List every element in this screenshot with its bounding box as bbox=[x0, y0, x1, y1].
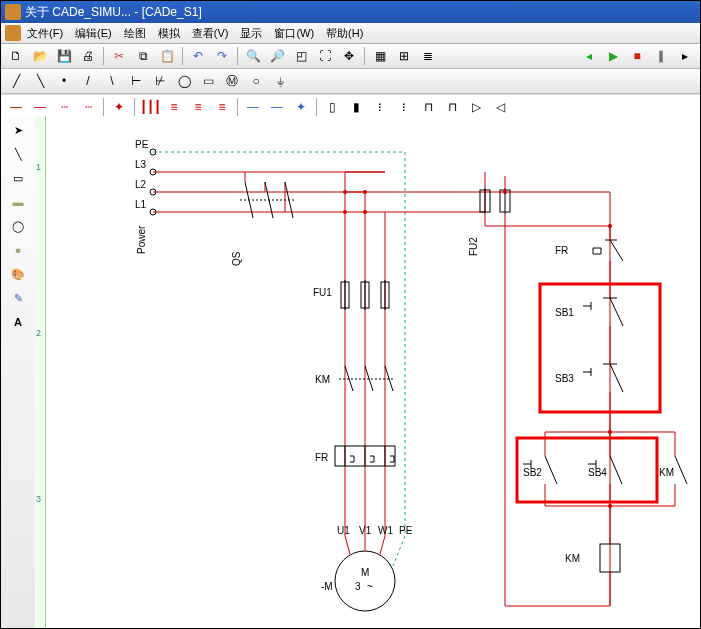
fuse1-icon[interactable]: ▯ bbox=[321, 96, 343, 118]
wire2-icon[interactable]: ╲ bbox=[29, 70, 51, 92]
paste-icon[interactable]: 📋 bbox=[156, 45, 178, 67]
svg-point-39 bbox=[335, 551, 395, 611]
diode-icon[interactable]: ▷ bbox=[465, 96, 487, 118]
cut-icon[interactable]: ✂ bbox=[108, 45, 130, 67]
circle-fill-icon[interactable]: ● bbox=[8, 240, 28, 260]
sw3p2-icon[interactable]: ⫶ bbox=[393, 96, 415, 118]
fuse2-icon[interactable]: ▮ bbox=[345, 96, 367, 118]
stop-icon[interactable]: ■ bbox=[626, 45, 648, 67]
red-3p-icon[interactable]: ┃┃┃ bbox=[139, 96, 161, 118]
node-icon[interactable]: • bbox=[53, 70, 75, 92]
line-icon[interactable]: ╲ bbox=[8, 144, 28, 164]
save-icon[interactable]: 💾 bbox=[53, 45, 75, 67]
rect-icon[interactable]: ▭ bbox=[8, 168, 28, 188]
zoom-out-icon[interactable]: 🔎 bbox=[266, 45, 288, 67]
diode2-icon[interactable]: ◁ bbox=[489, 96, 511, 118]
svg-line-42 bbox=[380, 536, 385, 554]
pointer-icon[interactable]: ➤ bbox=[8, 120, 28, 140]
redo-icon[interactable]: ↷ bbox=[211, 45, 233, 67]
picker-icon[interactable]: ✎ bbox=[8, 288, 28, 308]
copy-icon[interactable]: ⧉ bbox=[132, 45, 154, 67]
menu-sheet[interactable]: 窗口(W) bbox=[274, 26, 314, 41]
relay-icon[interactable]: ▭ bbox=[197, 70, 219, 92]
window-title: 关于 CADe_SIMU... - [CADe_S1] bbox=[25, 4, 202, 21]
menu-draw[interactable]: 绘图 bbox=[124, 26, 146, 41]
layers-icon[interactable]: ≣ bbox=[417, 45, 439, 67]
menu-display[interactable]: 显示 bbox=[240, 26, 262, 41]
red-line2-icon[interactable]: — bbox=[29, 96, 51, 118]
circle-icon[interactable]: ◯ bbox=[8, 216, 28, 236]
switch1-icon[interactable]: / bbox=[77, 70, 99, 92]
svg-line-72 bbox=[610, 456, 622, 484]
separator bbox=[103, 47, 104, 65]
contact-nc-icon[interactable]: ⊬ bbox=[149, 70, 171, 92]
pause-icon[interactable]: ∥ bbox=[650, 45, 672, 67]
blue-dot-icon[interactable]: ✦ bbox=[290, 96, 312, 118]
menubar: 文件(F) 编辑(E) 绘图 模拟 查看(V) 显示 窗口(W) 帮助(H) bbox=[1, 23, 700, 44]
toolbar-2: ╱ ╲ • / \ ⊢ ⊬ ◯ ▭ Ⓜ ○ ⏚ bbox=[1, 69, 700, 94]
undo-icon[interactable]: ↶ bbox=[187, 45, 209, 67]
sw3p-icon[interactable]: ⫶ bbox=[369, 96, 391, 118]
contact-no-icon[interactable]: ⊢ bbox=[125, 70, 147, 92]
svg-line-40 bbox=[345, 536, 350, 554]
print-icon[interactable]: 🖨 bbox=[77, 45, 99, 67]
grid-icon[interactable]: ▦ bbox=[369, 45, 391, 67]
lbl-FU1: FU1 bbox=[313, 287, 332, 298]
lbl-FRr: FR bbox=[555, 245, 568, 256]
menu-sim[interactable]: 模拟 bbox=[158, 26, 180, 41]
red-dot-icon[interactable]: ✦ bbox=[108, 96, 130, 118]
zoom-fit-icon[interactable]: ⛶ bbox=[314, 45, 336, 67]
lbl-PE2: PE bbox=[399, 525, 413, 536]
pan-icon[interactable]: ✥ bbox=[338, 45, 360, 67]
play-icon[interactable]: ▶ bbox=[602, 45, 624, 67]
svg-line-56 bbox=[610, 240, 623, 261]
menu-edit[interactable]: 编辑(E) bbox=[75, 26, 112, 41]
menu-file[interactable]: 文件(F) bbox=[27, 26, 63, 41]
menu-view[interactable]: 查看(V) bbox=[192, 26, 229, 41]
titlebar: 关于 CADe_SIMU... - [CADe_S1] bbox=[1, 1, 700, 23]
svg-point-22 bbox=[343, 210, 347, 214]
lbl-minusM: -M bbox=[321, 581, 333, 592]
wire1-icon[interactable]: ╱ bbox=[5, 70, 27, 92]
paint-icon[interactable]: 🎨 bbox=[8, 264, 28, 284]
lbl-M: M bbox=[361, 567, 369, 578]
lbl-L2: L2 bbox=[135, 179, 147, 190]
red-3h3-icon[interactable]: ≡ bbox=[211, 96, 233, 118]
snap-icon[interactable]: ⊞ bbox=[393, 45, 415, 67]
svg-rect-84 bbox=[540, 284, 660, 412]
red-3h2-icon[interactable]: ≡ bbox=[187, 96, 209, 118]
new-icon[interactable]: 🗋 bbox=[5, 45, 27, 67]
text-icon[interactable]: A bbox=[8, 312, 28, 332]
terminal-icon[interactable]: ○ bbox=[245, 70, 267, 92]
cap2-icon[interactable]: ⊓ bbox=[441, 96, 463, 118]
lbl-SB1: SB1 bbox=[555, 307, 574, 318]
lbl-U1: U1 bbox=[337, 525, 350, 536]
red-dash2-icon[interactable]: ┄ bbox=[77, 96, 99, 118]
gnd-icon[interactable]: ⏚ bbox=[269, 70, 291, 92]
step-icon[interactable]: ▸ bbox=[674, 45, 696, 67]
blue-line2-icon[interactable]: — bbox=[266, 96, 288, 118]
lbl-KMcoil: KM bbox=[565, 553, 580, 564]
menu-help[interactable]: 帮助(H) bbox=[326, 26, 363, 41]
drawing-canvas[interactable]: 1 2 3 bbox=[35, 116, 700, 628]
schematic: PE L3 L2 L1 Power QS FU1 KM FR U1 V1 W1 … bbox=[45, 116, 700, 628]
blue-line-icon[interactable]: — bbox=[242, 96, 264, 118]
coil-icon[interactable]: ◯ bbox=[173, 70, 195, 92]
cap-icon[interactable]: ⊓ bbox=[417, 96, 439, 118]
switch2-icon[interactable]: \ bbox=[101, 70, 123, 92]
red-line-icon[interactable]: — bbox=[5, 96, 27, 118]
rect-fill-icon[interactable]: ▬ bbox=[8, 192, 28, 212]
step-back-icon[interactable]: ◂ bbox=[578, 45, 600, 67]
red-3h-icon[interactable]: ≡ bbox=[163, 96, 185, 118]
app-logo-icon bbox=[5, 25, 21, 41]
lbl-tilde: ~ bbox=[367, 581, 373, 592]
zoom-window-icon[interactable]: ◰ bbox=[290, 45, 312, 67]
red-dash-icon[interactable]: ┄ bbox=[53, 96, 75, 118]
motor-icon[interactable]: Ⓜ bbox=[221, 70, 243, 92]
ruler-mark: 2 bbox=[36, 328, 41, 338]
svg-point-51 bbox=[503, 190, 507, 194]
zoom-in-icon[interactable]: 🔍 bbox=[242, 45, 264, 67]
open-icon[interactable]: 📂 bbox=[29, 45, 51, 67]
separator bbox=[237, 47, 238, 65]
lbl-power: Power bbox=[136, 225, 147, 254]
